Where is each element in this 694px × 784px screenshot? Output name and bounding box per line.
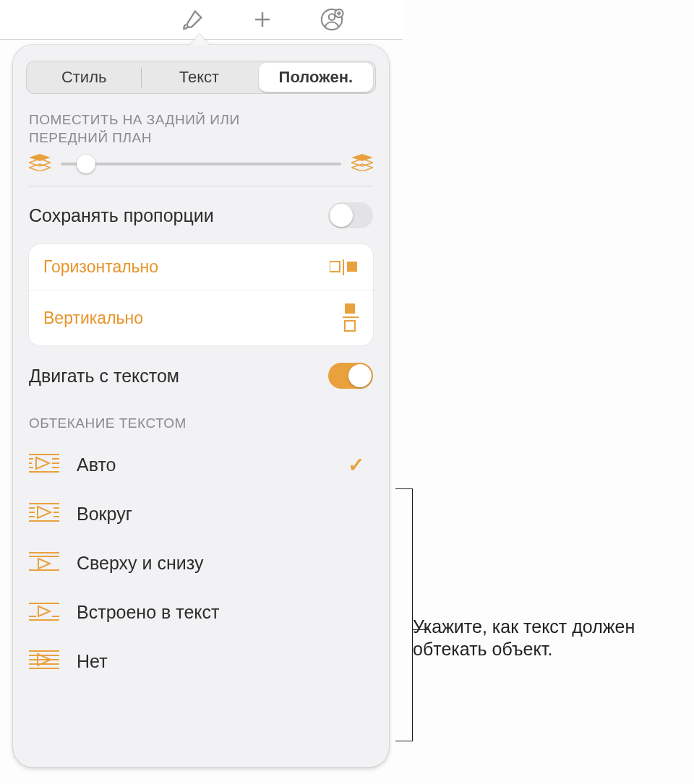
wrap-item-auto[interactable]: Авто ✓ — [29, 440, 385, 489]
flip-horizontal-label: Горизонтально — [43, 257, 158, 277]
flip-vertical-button[interactable]: Вертикально — [29, 290, 373, 345]
wrap-item-label: Авто — [77, 455, 330, 475]
format-tabs: Стиль Текст Положен. — [26, 61, 376, 94]
brush-icon[interactable] — [181, 7, 205, 32]
bring-to-front-icon[interactable] — [351, 154, 373, 174]
slider-thumb[interactable] — [77, 155, 95, 173]
svg-rect-15 — [347, 262, 357, 272]
wrap-item-around[interactable]: Вокруг — [29, 489, 385, 538]
zorder-slider[interactable] — [61, 157, 341, 171]
wrap-item-none[interactable]: Нет — [29, 637, 385, 686]
svg-marker-39 — [38, 559, 50, 569]
wrap-item-label: Встроено в текст — [77, 602, 385, 623]
wrap-item-inline[interactable]: Встроено в текст — [29, 587, 385, 637]
flip-horizontal-button[interactable]: Горизонтально — [29, 244, 373, 290]
constrain-label: Сохранять пропорции — [29, 205, 328, 226]
tab-style[interactable]: Стиль — [27, 61, 141, 93]
zorder-heading: ПОМЕСТИТЬ НА ЗАДНИЙ ИЛИ ПЕРЕДНИЙ ПЛАН — [29, 111, 373, 147]
divider — [29, 186, 373, 186]
person-circle-icon[interactable] — [320, 7, 344, 32]
popover-pointer — [189, 34, 210, 46]
svg-point-3 — [329, 14, 335, 20]
flip-vertical-label: Вертикально — [43, 309, 143, 328]
wrap-around-icon — [29, 502, 59, 525]
toggle-knob — [330, 204, 353, 227]
move-with-text-row: Двигать с текстом — [29, 358, 373, 393]
svg-marker-33 — [38, 507, 51, 518]
send-to-back-icon[interactable] — [29, 154, 51, 174]
move-with-text-toggle[interactable] — [328, 363, 373, 389]
toggle-knob — [348, 364, 372, 387]
callout-bracket — [395, 488, 413, 741]
svg-rect-13 — [330, 262, 340, 272]
constrain-toggle[interactable] — [328, 202, 373, 228]
zorder-heading-line1: ПОМЕСТИТЬ НА ЗАДНИЙ ИЛИ — [29, 111, 373, 129]
zorder-slider-row — [29, 154, 373, 174]
plus-icon[interactable] — [252, 9, 273, 30]
move-with-text-label: Двигать с текстом — [29, 366, 328, 387]
svg-marker-9 — [29, 164, 51, 171]
svg-marker-10 — [351, 164, 373, 171]
tab-text[interactable]: Текст — [142, 61, 256, 93]
wrap-inline-icon — [29, 600, 59, 624]
constrain-row: Сохранять пропорции — [29, 198, 373, 233]
wrap-item-above-below[interactable]: Сверху и снизу — [29, 538, 385, 587]
svg-rect-18 — [345, 321, 355, 331]
format-panel: Стиль Текст Положен. ПОМЕСТИТЬ НА ЗАДНИЙ… — [13, 45, 389, 767]
wrap-none-icon — [29, 650, 59, 673]
wrap-heading: ОБТЕКАНИЕ ТЕКСТОМ — [29, 415, 373, 433]
svg-marker-12 — [351, 154, 373, 161]
flip-group: Горизонтально Вертикально — [29, 244, 373, 345]
svg-marker-7 — [29, 154, 51, 161]
root: Стиль Текст Положен. ПОМЕСТИТЬ НА ЗАДНИЙ… — [0, 0, 694, 784]
callout-text: Укажите, как текст должен обтекать объек… — [413, 616, 687, 661]
svg-marker-24 — [36, 457, 49, 469]
wrap-item-label: Нет — [77, 651, 385, 672]
flip-horizontal-icon — [330, 259, 359, 275]
wrap-auto-icon — [29, 453, 59, 476]
zorder-heading-line2: ПЕРЕДНИЙ ПЛАН — [29, 129, 373, 147]
wrap-item-label: Сверху и снизу — [77, 553, 385, 574]
flip-vertical-icon — [343, 303, 359, 332]
wrap-above-below-icon — [29, 551, 59, 574]
svg-marker-42 — [38, 606, 50, 616]
slider-track — [61, 163, 341, 165]
tab-position[interactable]: Положен. — [259, 63, 373, 92]
check-icon: ✓ — [348, 453, 364, 477]
wrap-list: Авто ✓ Вокруг — [29, 440, 385, 686]
wrap-item-label: Вокруг — [77, 504, 385, 525]
svg-rect-16 — [345, 303, 355, 314]
